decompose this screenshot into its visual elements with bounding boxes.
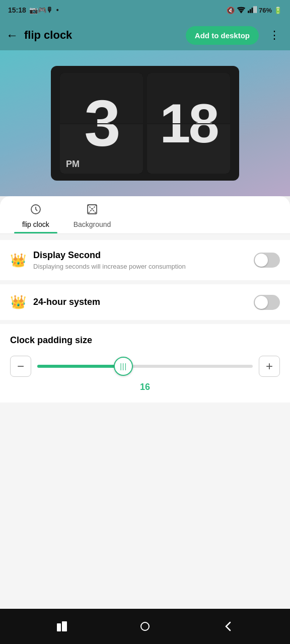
display-second-toggle[interactable] [254,253,280,268]
hour-card: 3 PM [60,73,143,174]
24hour-system-toggle[interactable] [254,295,280,310]
back-button-nav[interactable] [221,619,235,633]
tab-flip-clock[interactable]: flip clock [10,196,61,233]
crown-icon-2: 👑 [10,294,26,310]
recent-apps-button[interactable] [55,619,69,633]
settings-sheet: flip clock Background 👑 Display Second D… [0,196,290,609]
display-second-desc: Displaying seconds will increase power c… [33,263,247,270]
slider-value: 16 [10,382,280,392]
status-time: 15:18 [8,6,26,14]
slider-thumb-icon: ||| [120,362,127,370]
svg-rect-12 [141,622,149,630]
display-second-row: 👑 Display Second Displaying seconds will… [10,250,280,270]
svg-rect-11 [62,621,67,631]
clock-preview: 3 PM 18 [0,50,290,196]
minutes-digit: 18 [160,96,217,151]
add-to-desktop-button[interactable]: Add to desktop [186,26,259,45]
page-title: flip clock [24,29,180,42]
hour-digit: 3 [84,91,118,156]
background-tab-label: Background [74,220,111,228]
top-bar: ← flip clock Add to desktop ⋮ [0,20,290,50]
clock-padding-card: Clock padding size − ||| + 16 [0,324,290,403]
background-tab-icon [86,203,98,218]
back-button[interactable]: ← [6,28,18,42]
24hour-system-row: 👑 24-hour system [10,294,280,310]
svg-rect-4 [253,6,255,13]
clock-padding-title: Clock padding size [10,335,280,346]
slider-decrease-button[interactable]: − [10,356,31,377]
flip-clock-tab-icon [30,203,42,218]
tab-background[interactable]: Background [61,196,123,233]
flip-clock-tab-label: flip clock [22,220,49,228]
slider-fill [37,365,123,368]
home-button[interactable] [138,619,152,633]
status-icons: 📷🎮🎙 [29,6,53,14]
slider-thumb[interactable]: ||| [114,357,133,376]
svg-rect-10 [57,623,61,631]
slider-row: − ||| + [10,356,280,377]
wifi-icon [237,6,246,15]
slider-increase-button[interactable]: + [259,356,280,377]
crown-icon-1: 👑 [10,253,26,268]
display-second-title: Display Second [33,250,247,261]
flip-clock-widget: 3 PM 18 [51,66,239,181]
svg-rect-3 [251,8,253,13]
tabs: flip clock Background [0,196,290,234]
slider-track[interactable]: ||| [37,365,253,368]
svg-rect-5 [255,6,257,13]
period-label: PM [66,159,80,170]
svg-rect-1 [248,11,249,13]
mute-icon: 🔇 [227,7,235,14]
status-bar: 15:18 📷🎮🎙 • 🔇 76% 🔋 [0,0,290,20]
status-left: 15:18 📷🎮🎙 • [8,6,59,14]
battery-level: 76% [259,7,272,14]
display-second-card: 👑 Display Second Displaying seconds will… [0,240,290,280]
status-right: 🔇 76% 🔋 [227,6,282,15]
status-dot: • [56,6,59,14]
settings-content: 👑 Display Second Displaying seconds will… [0,234,290,609]
more-options-button[interactable]: ⋮ [265,27,284,44]
minutes-card: 18 [147,73,230,174]
battery-icon: 🔋 [274,7,282,14]
bottom-nav [0,609,290,644]
24hour-system-card: 👑 24-hour system [0,284,290,320]
signal-icon [248,6,257,15]
24hour-system-title: 24-hour system [33,297,247,307]
svg-rect-2 [250,9,251,13]
